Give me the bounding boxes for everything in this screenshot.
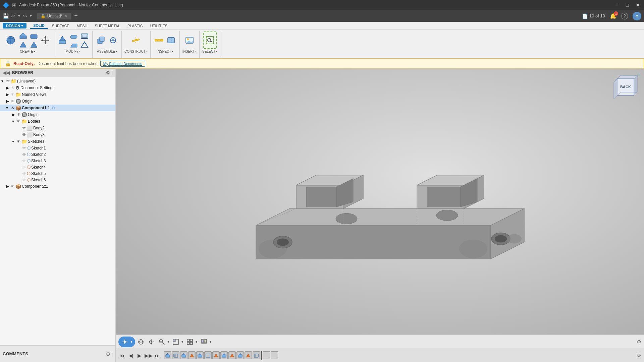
loft-icon[interactable] [29, 41, 39, 49]
sketch6-eye-icon[interactable]: 👁 [22, 178, 26, 182]
tree-item-unsaved[interactable]: ▾ 👁 📁 (Unsaved) [0, 78, 115, 84]
next-frame-button[interactable]: ▶▶ [145, 353, 152, 359]
component1-eye-icon[interactable]: 👁 [11, 106, 15, 110]
construct-offset-plane-icon[interactable] [130, 32, 142, 49]
tree-item-sketch6[interactable]: 👁 ⬡ Sketch6 [0, 177, 115, 183]
revolve-icon[interactable] [18, 41, 28, 49]
document-tab[interactable]: 🔒 Untitled* ✕ [37, 13, 71, 19]
skip-start-button[interactable]: ⏮ [118, 353, 126, 358]
extrude-icon[interactable] [18, 32, 28, 40]
viewport[interactable]: BACK Z [116, 69, 644, 335]
tree-item-sketch3[interactable]: 👁 ⬡ Sketch3 [0, 158, 115, 164]
origin-eye-icon[interactable]: 👁 [11, 99, 15, 104]
tab-solid[interactable]: SOLID [30, 23, 48, 29]
zoom-icon[interactable] [157, 337, 166, 347]
design-dropdown[interactable]: DESIGN ▾ [3, 23, 26, 28]
chamfer-icon[interactable] [69, 41, 79, 49]
assemble-new-component-icon[interactable] [95, 32, 107, 49]
timeline-item-13[interactable] [263, 351, 270, 359]
timeline-item-6[interactable] [204, 351, 212, 359]
tree-item-named-views[interactable]: ▶ 👁 📁 Named Views [0, 91, 115, 98]
timeline-item-9[interactable] [228, 351, 236, 359]
grid-icon[interactable] [185, 337, 195, 347]
modify-press-pull-icon[interactable] [57, 32, 68, 49]
timeline-item-2[interactable] [172, 351, 179, 359]
undo-dropdown-icon[interactable]: ▼ [17, 14, 21, 18]
notification-bell[interactable]: 🔔 1 [610, 13, 616, 19]
sketch5-eye-icon[interactable]: 👁 [22, 171, 26, 176]
prev-frame-button[interactable]: ◀ [127, 353, 135, 359]
playback-settings-icon[interactable]: ⚙ [637, 352, 641, 359]
tree-item-bodies[interactable]: ▾ 👁 📁 Bodies [0, 118, 115, 125]
display-settings-icon[interactable] [199, 337, 209, 347]
play-button[interactable]: ▶ [136, 353, 143, 359]
timeline-item-4[interactable] [188, 351, 196, 359]
display-dropdown-icon[interactable]: ▼ [209, 340, 212, 344]
editable-docs-link[interactable]: My Editable Documents [100, 61, 145, 67]
comments-add-icon[interactable]: ⊕ [106, 351, 110, 357]
tree-item-component2[interactable]: ▶ 👁 📦 Component2:1 [0, 183, 115, 190]
sketch1-eye-icon[interactable]: 👁 [22, 146, 26, 150]
view-cube[interactable]: BACK Z [610, 72, 641, 102]
component2-eye-icon[interactable]: 👁 [11, 184, 15, 189]
fillet-icon[interactable] [69, 32, 79, 40]
browser-collapse-icon[interactable]: | [111, 70, 113, 75]
origin2-eye-icon[interactable]: 👁 [17, 112, 21, 117]
tab-utilities[interactable]: UTILITIES [147, 23, 171, 28]
orbit-icon[interactable] [136, 337, 146, 347]
pan-icon[interactable] [147, 337, 156, 347]
body3-eye-icon[interactable]: 👁 [22, 132, 26, 137]
browser-back-icon[interactable]: ◀◀ [3, 70, 10, 75]
tree-item-sketch4[interactable]: 👁 ⬡ Sketch4 [0, 164, 115, 170]
construct-label[interactable]: CONSTRUCT▾ [124, 50, 148, 53]
grid-dropdown-icon[interactable]: ▼ [195, 340, 198, 344]
body2-eye-icon[interactable]: 👁 [22, 126, 26, 130]
tree-item-origin[interactable]: ▶ 👁 🔘 Origin [0, 98, 115, 105]
doc-settings-eye-icon[interactable]: 👁 [11, 85, 15, 90]
timeline-item-14[interactable] [271, 351, 278, 359]
timeline-item-12[interactable] [253, 351, 260, 359]
named-views-eye-icon[interactable]: 👁 [11, 92, 15, 97]
save-icon[interactable]: 💾 [3, 13, 9, 19]
tab-mesh[interactable]: MESH [73, 23, 91, 28]
view-type-dropdown-icon[interactable]: ▼ [181, 340, 184, 344]
sketch4-eye-icon[interactable]: 👁 [22, 165, 26, 170]
timeline-item-10[interactable] [236, 351, 244, 359]
redo-dropdown-icon[interactable]: ▼ [29, 14, 33, 18]
help-button[interactable]: ? [621, 13, 628, 19]
tree-item-body2[interactable]: 👁 ⬜ Body2 [0, 125, 115, 131]
sketch2-eye-icon[interactable]: 👁 [22, 152, 26, 157]
measure-icon[interactable] [153, 32, 165, 49]
app-grid-icon[interactable]: ⊞ [12, 2, 16, 8]
timeline-item-7[interactable] [212, 351, 220, 359]
draft-icon[interactable] [79, 41, 90, 49]
tree-item-sketch5[interactable]: 👁 ⬡ Sketch5 [0, 170, 115, 177]
tree-item-component1[interactable]: ▾ 👁 📦 Component1:1 ⊙ [0, 105, 115, 111]
select-tool-icon[interactable] [203, 32, 217, 49]
timeline-item-11[interactable] [245, 351, 252, 359]
create-label[interactable]: CREATE▾ [20, 50, 35, 53]
modify-label[interactable]: MODIFY▾ [66, 50, 81, 53]
tree-item-sketch2[interactable]: 👁 ⬡ Sketch2 [0, 151, 115, 158]
tree-item-doc-settings[interactable]: ▶ 👁 ⚙ Document Settings [0, 84, 115, 91]
inspect-label[interactable]: INSPECT▾ [157, 50, 173, 53]
cursor-tool-icon[interactable] [120, 338, 129, 346]
tab-plastic[interactable]: PLASTIC [124, 23, 146, 28]
doc-count-display[interactable]: 📄 10 of 10 [582, 13, 605, 19]
create-new-component-icon[interactable] [4, 32, 17, 49]
maximize-button[interactable]: □ [624, 2, 631, 8]
tree-item-sketches[interactable]: ▾ 👁 📁 Sketches [0, 138, 115, 145]
user-avatar[interactable]: A [633, 12, 641, 20]
sweep-icon[interactable] [29, 32, 39, 40]
new-tab-button[interactable]: + [74, 12, 78, 19]
cursor-dropdown-icon[interactable]: ▼ [130, 340, 133, 344]
sketches-eye-icon[interactable]: 👁 [17, 139, 21, 144]
tab-sheet-metal[interactable]: SHEET METAL [92, 23, 123, 28]
timeline-item-3[interactable] [180, 351, 187, 359]
doc-tab-close-icon[interactable]: ✕ [64, 14, 67, 18]
minimize-button[interactable]: − [613, 2, 620, 8]
close-button[interactable]: ✕ [635, 2, 641, 8]
view-type-icon[interactable] [171, 337, 180, 347]
move-icon[interactable] [40, 32, 51, 49]
zoom-dropdown-icon[interactable]: ▼ [167, 340, 170, 344]
